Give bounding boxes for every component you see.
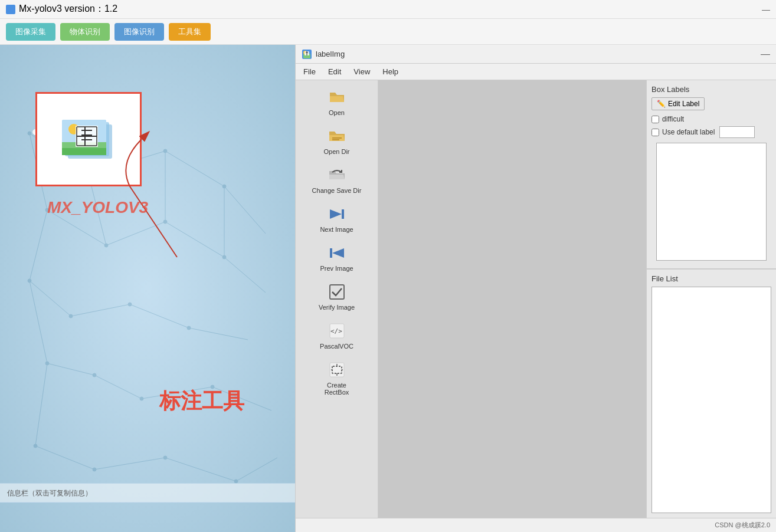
tools-button[interactable]: 工具集 xyxy=(169,23,211,41)
svg-text:</>: </> xyxy=(330,327,342,335)
open-folder-icon xyxy=(328,88,346,107)
title-bar: Mx-yolov3 version：1.2 — xyxy=(0,0,776,19)
svg-line-17 xyxy=(94,375,142,399)
svg-point-36 xyxy=(28,279,31,283)
labelimg-canvas[interactable] xyxy=(378,80,646,518)
difficult-label: difficult xyxy=(662,115,684,123)
svg-marker-73 xyxy=(330,209,342,219)
edit-label-button[interactable]: ✏️ Edit Label xyxy=(651,97,705,110)
labelimg-body: Open Open Dir xyxy=(296,80,776,518)
credit-text: CSDN @桃成蹊2.0 xyxy=(715,521,770,530)
svg-point-37 xyxy=(69,314,73,318)
svg-marker-75 xyxy=(332,248,344,258)
annotation-arrow xyxy=(59,104,236,269)
svg-point-40 xyxy=(45,362,49,365)
svg-line-12 xyxy=(71,304,130,316)
labelimg-right-panel: Box Labels ✏️ Edit Label difficult Use d… xyxy=(646,80,776,518)
svg-rect-74 xyxy=(342,209,344,219)
next-image-icon xyxy=(328,205,346,224)
edit-label-text: Edit Label xyxy=(668,100,699,108)
svg-line-20 xyxy=(35,363,47,446)
main-toolbar: 图像采集 物体识别 图像识别 工具集 xyxy=(0,19,776,45)
tool-pascalvoc[interactable]: </> PascalVOC xyxy=(302,317,372,354)
svg-point-41 xyxy=(93,373,96,377)
tool-open-label: Open xyxy=(329,109,345,116)
left-panel: MX_YOLOV3 标注工具 信息栏（双击可复制信息） xyxy=(0,45,295,532)
box-labels-section: Box Labels ✏️ Edit Label difficult Use d… xyxy=(647,80,776,269)
tool-create-rectbox[interactable]: Create RectBox xyxy=(302,356,372,400)
tool-verify-image-label: Verify Image xyxy=(319,304,355,311)
annotation-tool-label: 标注工具 xyxy=(159,387,244,416)
tool-open-dir[interactable]: Open Dir xyxy=(302,122,372,160)
tool-prev-image[interactable]: Prev Image xyxy=(302,239,372,277)
menu-file[interactable]: File xyxy=(299,66,320,77)
difficult-checkbox[interactable] xyxy=(651,116,659,123)
file-list-title: File List xyxy=(651,274,771,283)
svg-line-24 xyxy=(236,458,277,481)
file-list-section: File List xyxy=(647,269,776,518)
labelimg-menubar: File Edit View Help xyxy=(296,64,776,80)
tool-change-save-dir[interactable]: Change Save Dir xyxy=(302,161,372,199)
svg-line-13 xyxy=(130,304,189,328)
labels-list-area xyxy=(656,143,767,261)
app-title: Mx-yolov3 version：1.2 xyxy=(19,3,117,15)
svg-line-21 xyxy=(35,446,94,469)
menu-view[interactable]: View xyxy=(349,66,375,77)
use-default-label-text: Use default label xyxy=(662,128,715,136)
file-list-area xyxy=(651,287,771,513)
object-recognition-button[interactable]: 物体识别 xyxy=(60,23,110,41)
labelimg-left-toolbar: Open Open Dir xyxy=(296,80,378,518)
default-label-row: Use default label xyxy=(651,126,771,138)
minimize-button[interactable]: — xyxy=(762,5,770,14)
labelimg-titlebar: labelImg — xyxy=(296,45,776,64)
image-recognition-button[interactable]: 图像识别 xyxy=(114,23,164,41)
pascalvoc-icon: </> xyxy=(328,321,346,340)
use-default-label-checkbox[interactable] xyxy=(651,129,659,136)
tool-create-rectbox-label: Create RectBox xyxy=(325,382,349,396)
svg-point-45 xyxy=(93,468,96,471)
svg-point-46 xyxy=(163,456,167,459)
edit-icon: ✏️ xyxy=(657,100,666,108)
image-capture-button[interactable]: 图像采集 xyxy=(6,23,55,41)
menu-edit[interactable]: Edit xyxy=(323,66,346,77)
labelimg-minimize-button[interactable]: — xyxy=(761,49,770,60)
svg-line-11 xyxy=(30,281,71,316)
tool-next-image[interactable]: Next Image xyxy=(302,200,372,238)
svg-point-38 xyxy=(128,303,132,306)
labelimg-title: labelImg xyxy=(316,50,345,58)
svg-rect-77 xyxy=(330,285,344,299)
labelimg-window: labelImg — File Edit View Help Open xyxy=(295,45,776,532)
tool-prev-image-label: Prev Image xyxy=(320,265,353,272)
svg-line-22 xyxy=(94,458,165,469)
svg-point-42 xyxy=(140,397,143,400)
tool-verify-image[interactable]: Verify Image xyxy=(302,278,372,316)
svg-rect-76 xyxy=(330,248,332,258)
app-icon xyxy=(6,5,15,14)
tool-next-image-label: Next Image xyxy=(320,226,353,233)
box-labels-title: Box Labels xyxy=(651,85,771,94)
info-bar-label: 信息栏（双击可复制信息） xyxy=(7,489,92,497)
tool-open-dir-label: Open Dir xyxy=(323,148,349,155)
tool-change-save-dir-label: Change Save Dir xyxy=(312,187,362,194)
default-label-input[interactable] xyxy=(719,126,755,138)
svg-point-44 xyxy=(34,444,37,448)
svg-point-28 xyxy=(28,132,31,135)
bottom-bar: CSDN @桃成蹊2.0 xyxy=(296,518,776,532)
prev-image-icon xyxy=(328,244,346,262)
svg-line-14 xyxy=(189,328,248,340)
svg-line-10 xyxy=(30,210,47,281)
create-rectbox-icon xyxy=(328,360,346,379)
info-bar: 信息栏（双击可复制信息） xyxy=(0,483,295,503)
main-content: MX_YOLOV3 标注工具 信息栏（双击可复制信息） labelImg — xyxy=(0,45,776,532)
verify-image-icon xyxy=(328,283,346,301)
tool-open[interactable]: Open xyxy=(302,83,372,121)
svg-line-23 xyxy=(165,458,236,481)
open-dir-icon xyxy=(328,127,346,146)
svg-point-39 xyxy=(187,326,191,330)
tool-pascalvoc-label: PascalVOC xyxy=(320,343,353,350)
change-save-dir-icon xyxy=(328,166,346,185)
svg-line-15 xyxy=(30,281,47,363)
menu-help[interactable]: Help xyxy=(378,66,403,77)
difficult-row: difficult xyxy=(651,115,771,123)
mx-yolov3-watermark: MX_YOLOV3 xyxy=(47,198,148,217)
